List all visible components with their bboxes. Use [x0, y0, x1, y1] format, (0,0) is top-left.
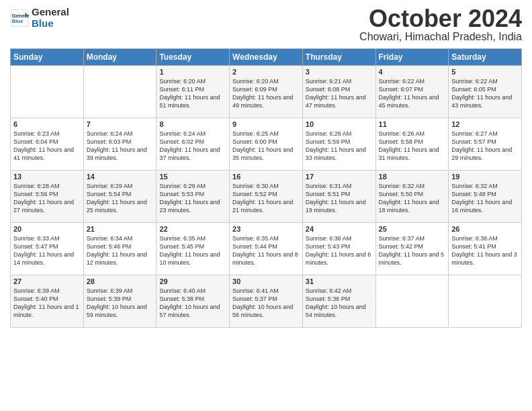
calendar-cell: 12Sunrise: 6:27 AMSunset: 5:57 PMDayligh…	[449, 118, 522, 171]
week-row-3: 13Sunrise: 6:28 AMSunset: 5:56 PMDayligh…	[11, 171, 522, 223]
weekday-header-saturday: Saturday	[449, 49, 522, 66]
calendar-cell: 13Sunrise: 6:28 AMSunset: 5:56 PMDayligh…	[11, 171, 84, 223]
day-number: 30	[232, 277, 300, 285]
cell-info: Sunrise: 6:24 AMSunset: 6:03 PMDaylight:…	[87, 130, 154, 163]
day-number: 17	[306, 173, 373, 181]
calendar-cell	[449, 275, 522, 328]
calendar-cell: 18Sunrise: 6:32 AMSunset: 5:50 PMDayligh…	[375, 171, 449, 223]
day-number: 7	[87, 120, 154, 128]
week-row-2: 6Sunrise: 6:23 AMSunset: 6:04 PMDaylight…	[11, 118, 522, 171]
day-number: 28	[87, 277, 154, 285]
weekday-header-sunday: Sunday	[11, 49, 84, 66]
calendar-cell: 16Sunrise: 6:30 AMSunset: 5:52 PMDayligh…	[230, 171, 303, 223]
cell-info: Sunrise: 6:32 AMSunset: 5:50 PMDaylight:…	[379, 182, 446, 215]
day-number: 2	[232, 68, 300, 76]
logo-icon: General Blue	[10, 9, 29, 28]
page: General Blue General Blue October 2024 C…	[0, 0, 532, 411]
cell-info: Sunrise: 6:39 AMSunset: 5:39 PMDaylight:…	[87, 287, 154, 320]
weekday-header-tuesday: Tuesday	[157, 49, 230, 66]
calendar-cell: 30Sunrise: 6:41 AMSunset: 5:37 PMDayligh…	[230, 275, 303, 328]
calendar-cell	[375, 275, 449, 328]
weekday-header-wednesday: Wednesday	[230, 49, 303, 66]
calendar-cell: 15Sunrise: 6:29 AMSunset: 5:53 PMDayligh…	[157, 171, 230, 223]
cell-info: Sunrise: 6:39 AMSunset: 5:40 PMDaylight:…	[13, 287, 81, 320]
calendar-cell: 17Sunrise: 6:31 AMSunset: 5:51 PMDayligh…	[302, 171, 375, 223]
day-number: 23	[232, 225, 300, 233]
calendar-cell: 22Sunrise: 6:35 AMSunset: 5:45 PMDayligh…	[157, 223, 230, 275]
calendar-cell: 28Sunrise: 6:39 AMSunset: 5:39 PMDayligh…	[83, 275, 157, 328]
day-number: 31	[306, 277, 373, 285]
day-number: 5	[451, 68, 519, 76]
calendar-cell	[83, 66, 157, 118]
day-number: 29	[159, 277, 226, 285]
cell-info: Sunrise: 6:23 AMSunset: 6:04 PMDaylight:…	[13, 130, 81, 163]
day-number: 25	[379, 225, 446, 233]
day-number: 14	[87, 173, 154, 181]
cell-info: Sunrise: 6:29 AMSunset: 5:54 PMDaylight:…	[87, 182, 154, 215]
cell-info: Sunrise: 6:24 AMSunset: 6:02 PMDaylight:…	[159, 130, 226, 163]
cell-info: Sunrise: 6:38 AMSunset: 5:41 PMDaylight:…	[451, 234, 519, 267]
day-number: 21	[87, 225, 154, 233]
month-title: October 2024	[359, 7, 522, 31]
logo-text-general: General	[32, 7, 69, 18]
day-number: 13	[13, 173, 81, 181]
cell-info: Sunrise: 6:40 AMSunset: 5:38 PMDaylight:…	[159, 287, 226, 320]
day-number: 11	[379, 120, 446, 128]
calendar-cell: 1Sunrise: 6:20 AMSunset: 6:11 PMDaylight…	[157, 66, 230, 118]
weekday-header-friday: Friday	[375, 49, 449, 66]
day-number: 3	[306, 68, 373, 76]
header: General Blue General Blue October 2024 C…	[10, 7, 522, 43]
calendar-cell: 4Sunrise: 6:22 AMSunset: 6:07 PMDaylight…	[375, 66, 449, 118]
day-number: 16	[232, 173, 300, 181]
day-number: 12	[451, 120, 519, 128]
cell-info: Sunrise: 6:25 AMSunset: 6:00 PMDaylight:…	[232, 130, 300, 163]
calendar-cell: 24Sunrise: 6:36 AMSunset: 5:43 PMDayligh…	[302, 223, 375, 275]
location-title: Chowari, Himachal Pradesh, India	[359, 31, 522, 43]
cell-info: Sunrise: 6:22 AMSunset: 6:05 PMDaylight:…	[451, 77, 519, 110]
calendar-cell: 27Sunrise: 6:39 AMSunset: 5:40 PMDayligh…	[11, 275, 84, 328]
cell-info: Sunrise: 6:27 AMSunset: 5:57 PMDaylight:…	[451, 130, 519, 163]
cell-info: Sunrise: 6:30 AMSunset: 5:52 PMDaylight:…	[232, 182, 300, 215]
cell-info: Sunrise: 6:21 AMSunset: 6:08 PMDaylight:…	[306, 77, 373, 110]
weekday-header-row: SundayMondayTuesdayWednesdayThursdayFrid…	[11, 49, 522, 66]
cell-info: Sunrise: 6:20 AMSunset: 6:11 PMDaylight:…	[159, 77, 226, 110]
day-number: 20	[13, 225, 81, 233]
weekday-header-thursday: Thursday	[302, 49, 375, 66]
calendar-cell: 6Sunrise: 6:23 AMSunset: 6:04 PMDaylight…	[11, 118, 84, 171]
day-number: 8	[159, 120, 226, 128]
weekday-header-monday: Monday	[83, 49, 157, 66]
cell-info: Sunrise: 6:31 AMSunset: 5:51 PMDaylight:…	[306, 182, 373, 215]
calendar-cell: 19Sunrise: 6:32 AMSunset: 5:48 PMDayligh…	[449, 171, 522, 223]
cell-info: Sunrise: 6:34 AMSunset: 5:46 PMDaylight:…	[87, 234, 154, 267]
calendar-cell: 29Sunrise: 6:40 AMSunset: 5:38 PMDayligh…	[157, 275, 230, 328]
calendar-table: SundayMondayTuesdayWednesdayThursdayFrid…	[10, 48, 522, 328]
calendar-cell: 7Sunrise: 6:24 AMSunset: 6:03 PMDaylight…	[83, 118, 157, 171]
calendar-cell: 31Sunrise: 6:42 AMSunset: 5:36 PMDayligh…	[302, 275, 375, 328]
cell-info: Sunrise: 6:37 AMSunset: 5:42 PMDaylight:…	[379, 234, 446, 267]
calendar-cell: 3Sunrise: 6:21 AMSunset: 6:08 PMDaylight…	[302, 66, 375, 118]
calendar-cell: 21Sunrise: 6:34 AMSunset: 5:46 PMDayligh…	[83, 223, 157, 275]
calendar-cell: 26Sunrise: 6:38 AMSunset: 5:41 PMDayligh…	[449, 223, 522, 275]
calendar-cell: 14Sunrise: 6:29 AMSunset: 5:54 PMDayligh…	[83, 171, 157, 223]
cell-info: Sunrise: 6:33 AMSunset: 5:47 PMDaylight:…	[13, 234, 81, 267]
cell-info: Sunrise: 6:36 AMSunset: 5:43 PMDaylight:…	[306, 234, 373, 267]
cell-info: Sunrise: 6:26 AMSunset: 5:59 PMDaylight:…	[306, 130, 373, 163]
cell-info: Sunrise: 6:29 AMSunset: 5:53 PMDaylight:…	[159, 182, 226, 215]
day-number: 24	[306, 225, 373, 233]
logo: General Blue General Blue	[10, 7, 69, 29]
cell-info: Sunrise: 6:26 AMSunset: 5:58 PMDaylight:…	[379, 130, 446, 163]
cell-info: Sunrise: 6:42 AMSunset: 5:36 PMDaylight:…	[306, 287, 373, 320]
day-number: 26	[451, 225, 519, 233]
svg-text:Blue: Blue	[12, 18, 24, 24]
day-number: 9	[232, 120, 300, 128]
calendar-cell: 9Sunrise: 6:25 AMSunset: 6:00 PMDaylight…	[230, 118, 303, 171]
week-row-4: 20Sunrise: 6:33 AMSunset: 5:47 PMDayligh…	[11, 223, 522, 275]
day-number: 22	[159, 225, 226, 233]
day-number: 27	[13, 277, 81, 285]
calendar-cell: 23Sunrise: 6:35 AMSunset: 5:44 PMDayligh…	[230, 223, 303, 275]
calendar-cell: 8Sunrise: 6:24 AMSunset: 6:02 PMDaylight…	[157, 118, 230, 171]
cell-info: Sunrise: 6:22 AMSunset: 6:07 PMDaylight:…	[379, 77, 446, 110]
logo-text-blue: Blue	[32, 18, 69, 30]
day-number: 10	[306, 120, 373, 128]
calendar-cell: 10Sunrise: 6:26 AMSunset: 5:59 PMDayligh…	[302, 118, 375, 171]
